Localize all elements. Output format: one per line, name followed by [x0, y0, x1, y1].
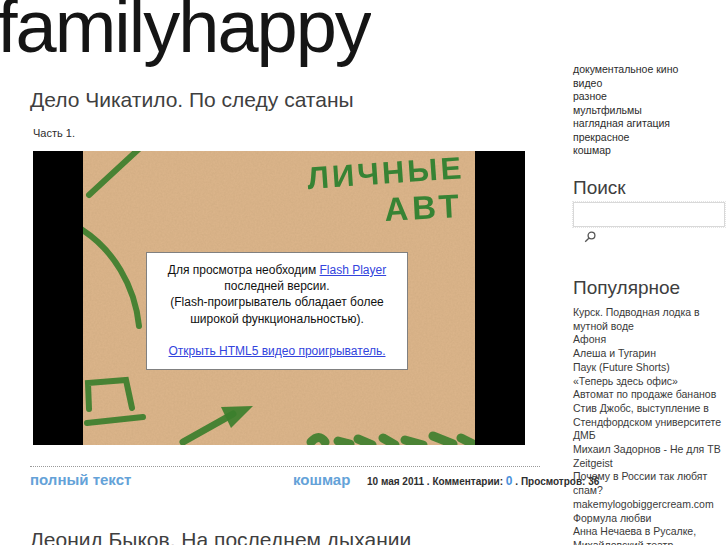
meta-separator: . [513, 476, 521, 487]
search-icon [583, 230, 597, 244]
flash-notice-text: Для просмотра необходим [168, 263, 320, 277]
popular-item-link[interactable]: Анна Нечаева в Русалке, Михайловский теа… [573, 525, 727, 545]
post-category-link[interactable]: кошмар [293, 471, 350, 488]
popular-heading: Популярное [573, 277, 680, 299]
graffiti-blob [461, 438, 475, 445]
graffiti-blob [338, 441, 350, 444]
graffiti-blob [383, 438, 395, 445]
sidebar-category-link[interactable]: видео [573, 77, 727, 91]
sidebar-categories: документальное киновидеоразноемультфильм… [573, 63, 727, 158]
popular-item-link[interactable]: ДМБ [573, 429, 727, 443]
page: familyhappy Дело Чикатило. По следу сата… [0, 0, 727, 545]
post-separator [30, 466, 540, 467]
html5-player-link[interactable]: Открыть HTML5 видео проигрыватель. [169, 343, 386, 359]
comments-count[interactable]: 0 [506, 474, 513, 488]
graffiti-blob [405, 440, 423, 445]
sidebar-category-link[interactable]: мультфильмы [573, 104, 727, 118]
sidebar-category-link[interactable]: документальное кино [573, 63, 727, 77]
full-text-link[interactable]: полный текст [30, 471, 131, 488]
graffiti-blob [358, 439, 372, 445]
sidebar-category-link[interactable]: разное [573, 90, 727, 104]
comments-label: Комментарии: [432, 476, 505, 487]
site-logo-text: familyhappy [0, 0, 371, 69]
flash-notice-line2: (Flash-проигрыватель обладает более широ… [170, 295, 384, 325]
popular-item-link[interactable]: Алеша и Тугарин [573, 347, 727, 361]
flash-notice-text-after: последней версии. [224, 279, 329, 293]
search-button[interactable] [583, 230, 597, 244]
video-player[interactable]: ЛИЧНЫЕ АВТ Для просмотра необходим Flash… [33, 151, 525, 445]
popular-item-link[interactable]: Zeitgeist [573, 457, 727, 471]
popular-item-link[interactable]: Почему в России так любят спам? [573, 470, 727, 497]
popular-item-link[interactable]: Формула любви [573, 512, 727, 526]
popular-item-link[interactable]: «Теперь здесь офис» [573, 375, 727, 389]
search-heading: Поиск [573, 177, 626, 199]
site-logo[interactable]: familyhappy [0, 0, 371, 70]
popular-item-link[interactable]: Стив Джобс, выступление в Стендфордском … [573, 402, 727, 429]
post-part-label: Часть 1. [33, 127, 75, 139]
popular-item-link[interactable]: Автомат по продаже бананов [573, 388, 727, 402]
post-meta: 10 мая 2011 . Комментарии: 0 . Просмотро… [367, 474, 599, 488]
popular-list: Курск. Подводная лодка в мутной водеАфон… [573, 306, 727, 545]
next-post-title[interactable]: Леонид Быков. На последнем дыхании [30, 528, 411, 545]
sidebar-category-link[interactable]: прекрасное [573, 131, 727, 145]
popular-item-link[interactable]: Михаил Задорнов - Не для ТВ [573, 443, 727, 457]
sidebar-category-link[interactable]: кошмар [573, 144, 727, 158]
popular-item-link[interactable]: Паук (Future Shorts) [573, 361, 727, 375]
flash-notice-box: Для просмотра необходим Flash Player пос… [146, 252, 408, 370]
search-input[interactable] [573, 202, 725, 227]
popular-item-link[interactable]: Курск. Подводная лодка в мутной воде [573, 306, 727, 333]
graffiti-text-line2: АВТ [383, 187, 463, 228]
flash-player-link[interactable]: Flash Player [319, 263, 386, 277]
popular-item-link[interactable]: Афоня [573, 333, 727, 347]
post-title[interactable]: Дело Чикатило. По следу сатаны [30, 88, 354, 112]
graffiti-blob [311, 438, 325, 443]
sidebar-category-link[interactable]: наглядная агитация [573, 117, 727, 131]
popular-item-link[interactable]: makemylogobiggercream.com [573, 498, 727, 512]
post-date: 10 мая 2011 [367, 476, 424, 487]
